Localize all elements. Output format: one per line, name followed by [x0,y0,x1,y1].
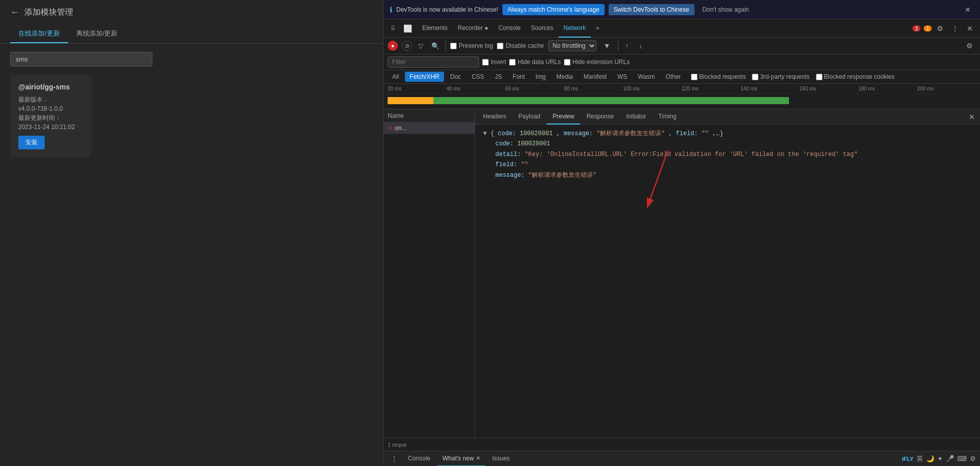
more-options-icon[interactable]: ⋮ [949,22,962,35]
tl-140ms: 140 ms [741,86,800,91]
whats-new-close[interactable]: ✕ [476,455,480,461]
moon-icon[interactable]: 🌙 [926,455,934,462]
inspect-element-icon[interactable]: ⬜ [400,22,415,35]
preserve-log-input[interactable] [450,43,457,49]
filter-manifest[interactable]: Manifest [579,72,611,82]
pv-tab-headers[interactable]: Headers [477,109,512,125]
preview-panel: Headers Payload Preview Response Initiat… [475,109,980,438]
tl-40ms: 40 ms [447,86,505,91]
filter-css[interactable]: CSS [467,72,489,82]
third-party-checkbox[interactable]: 3rd-party requests [752,73,809,80]
page-header: ← 添加模块管理 [0,0,383,25]
install-button[interactable]: 安装 [18,136,45,149]
hide-data-urls-input[interactable] [509,59,516,66]
filter-img[interactable]: Img [531,72,550,82]
timeline-bar-green [433,97,789,104]
pv-tab-initiator[interactable]: Initiator [620,109,652,125]
hide-ext-urls-input[interactable] [564,59,571,66]
pv-tab-preview[interactable]: Preview [547,109,581,125]
expand-arrow[interactable]: ▼ [483,130,487,137]
blocked-requests-checkbox[interactable]: Blocked requests [691,73,746,80]
devtools-info-bar: ℹ DevTools is now available in Chinese! … [384,0,980,19]
filter-fetch-xhr[interactable]: Fetch/XHR [405,72,444,82]
close-preview-button[interactable]: ✕ [966,111,978,123]
tab-network[interactable]: Network [558,19,591,38]
hide-ext-urls-checkbox[interactable]: Hide extension URLs [564,58,630,66]
throttle-select[interactable]: No throttling [548,40,596,51]
filter-ws[interactable]: WS [613,72,631,82]
tab-offline-update[interactable]: 离线添加/更新 [68,25,126,43]
tab-sources[interactable]: Sources [526,19,558,38]
tab-console[interactable]: Console [493,19,526,38]
close-info-bar-button[interactable]: ✕ [962,4,974,16]
filter-row: Invert Hide data URLs Hide extension URL… [384,54,980,70]
preserve-log-checkbox[interactable]: Preserve log [450,42,493,49]
filter-doc[interactable]: Doc [446,72,465,82]
back-button[interactable]: ← [10,7,19,18]
bottom-tab-whats-new[interactable]: What's new ✕ [437,451,485,467]
filter-icon[interactable]: ▽ [416,41,425,51]
record-button[interactable]: ● [388,41,398,51]
bottom-more-icon[interactable]: ⋮ [388,453,401,465]
search-icon[interactable]: 🔍 [429,41,441,51]
req-list-header: Name [384,109,475,122]
toolbar-divider [446,41,446,51]
hide-data-urls-checkbox[interactable]: Hide data URLs [509,58,561,66]
disable-cache-checkbox[interactable]: Disable cache [497,42,544,49]
devtools-bottom-bar: ⋮ Console What's new ✕ Issues iFLY 英 🌙 ✦… [384,451,980,466]
tl-120ms: 120 ms [682,86,741,91]
tl-180ms: 180 ms [858,86,917,91]
settings-icon[interactable]: ⚙ [934,22,946,35]
filter-media[interactable]: Media [552,72,578,82]
error-icon: ✕ [388,125,393,132]
dont-show-again-button[interactable]: Don't show again [699,4,753,15]
filter-other[interactable]: Other [661,72,685,82]
info-icon: ℹ [390,6,392,14]
pv-tab-response[interactable]: Response [580,109,620,125]
search-input[interactable] [10,52,152,67]
throttle-down-icon[interactable]: ▼ [600,40,614,52]
match-language-button[interactable]: Always match Chrome's language [502,4,605,15]
lang-icon[interactable]: 英 [916,454,923,463]
invert-input[interactable] [482,59,489,66]
export-icon[interactable]: ↑ [622,40,632,52]
pv-tab-payload[interactable]: Payload [512,109,546,125]
bottom-icon-row: iFLY 英 🌙 ✦ 🎤 ⌨ ⚙ [902,454,976,463]
filter-input[interactable] [388,56,479,68]
warn-badge: 1 [924,25,932,32]
star-icon[interactable]: ✦ [937,455,943,462]
tab-online-update[interactable]: 在线添加/更新 [10,25,68,43]
keyboard-icon[interactable]: ⌨ [957,455,967,462]
mic-icon[interactable]: 🎤 [946,455,954,462]
switch-to-chinese-button[interactable]: Switch DevTools to Chinese [609,4,694,15]
clear-button[interactable]: ⊘ [402,41,412,51]
preview-tabs-row: Headers Payload Preview Response Initiat… [475,109,980,125]
settings2-icon[interactable]: ⚙ [963,40,976,52]
filter-all[interactable]: All [388,72,403,82]
tab-elements[interactable]: Elements [417,19,453,38]
pv-tab-timing[interactable]: Timing [652,109,683,125]
bottom-tab-console[interactable]: Console [403,451,435,467]
filter-wasm[interactable]: Wasm [634,72,660,82]
devtools-tabs: Elements Recorder ● Console Sources Netw… [417,19,605,38]
disable-cache-input[interactable] [497,43,503,49]
error-badge: 3 [912,25,921,32]
info-text: DevTools is now available in Chinese! [396,6,498,13]
module-version-label: 最新版本： v4.0.0-738-1.0.0 最新更新时间： 2023-11-2… [18,95,83,132]
tl-80ms: 80 ms [564,86,623,91]
request-name: on... [395,125,470,132]
devtools-menu-icon[interactable]: ⠿ [388,23,398,34]
blocked-cookies-checkbox[interactable]: Blocked response cookies [816,73,895,80]
timeline-bar-yellow [388,97,433,104]
tl-60ms: 60 ms [505,86,564,91]
settings-bottom-icon[interactable]: ⚙ [970,455,976,462]
bottom-tab-issues[interactable]: Issues [487,451,515,467]
invert-checkbox[interactable]: Invert [482,58,506,66]
request-item[interactable]: ✕ on... [384,122,475,134]
tab-recorder[interactable]: Recorder ● [453,19,493,38]
tab-more[interactable]: » [591,19,605,38]
import-icon[interactable]: ↓ [636,40,646,52]
close-devtools-button[interactable]: ✕ [964,22,976,35]
filter-js[interactable]: JS [490,72,507,82]
filter-font[interactable]: Font [508,72,529,82]
